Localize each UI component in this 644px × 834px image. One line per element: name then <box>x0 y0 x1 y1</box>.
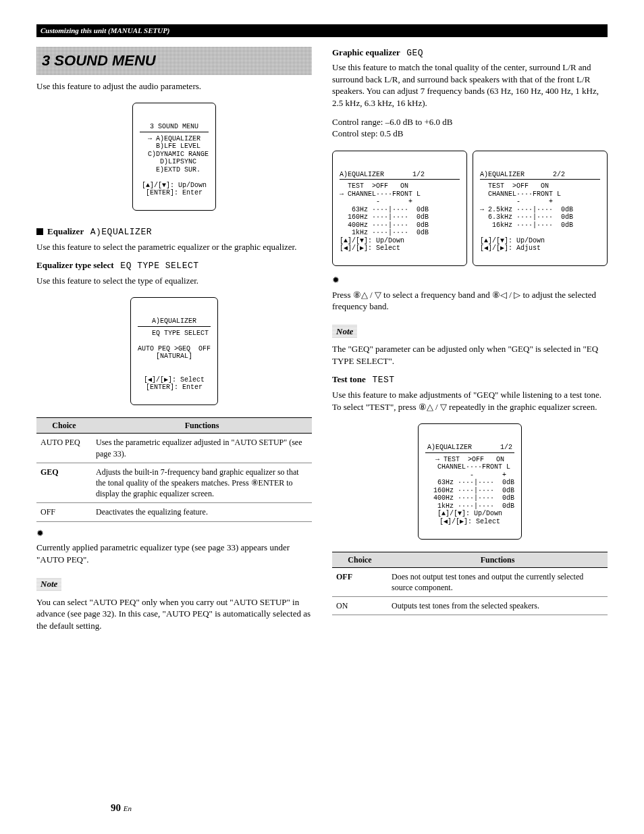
lcd-title: 3 SOUND MENU <box>140 123 209 132</box>
eqtype-desc: Use this feature to select the type of e… <box>36 275 312 287</box>
lcd-geq-page1: A)EQUALIZER 1/2 TEST >OFF ON → CHANNEL··… <box>332 151 467 267</box>
equalizer-heading: Equalizer A)EQUALIZER <box>36 226 312 238</box>
page-footer: 90 En <box>111 801 132 814</box>
equalizer-desc: Use this feature to select the parametri… <box>36 241 312 253</box>
lcd-body: TEST >OFF ON → CHANNEL····FRONT L - + 63… <box>340 182 429 252</box>
testtone-table: Choice Functions OFF Does not output tes… <box>332 552 608 616</box>
osd-label: A)EQUALIZER <box>90 227 152 237</box>
geq-heading: Graphic equalizer GEQ <box>332 47 608 59</box>
tip-text: Currently applied parametric equalizer t… <box>36 542 312 565</box>
cell-choice: OFF <box>36 503 92 521</box>
tip-icon <box>332 274 608 286</box>
lcd-sound-menu: 3 SOUND MENU→ A)EQUALIZER B)LFE LEVEL C)… <box>132 103 216 211</box>
tip-geq: Press ⑧△ / ▽ to select a frequency band … <box>332 289 608 313</box>
osd-label: GEQ <box>406 48 423 58</box>
cell-choice: OFF <box>332 567 387 596</box>
section-banner: 3 SOUND MENU <box>36 47 312 75</box>
lcd-testtone: A)EQUALIZER 1/2→ TEST >OFF ON CHANNEL···… <box>418 423 522 540</box>
table-row: OFF Deactivates the equalizing feature. <box>36 503 312 521</box>
tip-icon <box>36 527 312 540</box>
table-row: OFF Does not output test tones and outpu… <box>332 567 608 596</box>
heading-label: Test tone <box>332 374 366 384</box>
note-label: Note <box>36 577 61 591</box>
note-label: Note <box>332 325 357 338</box>
cell-func: Uses the parametric equalizer adjusted i… <box>92 434 312 463</box>
left-column: 3 SOUND MENU Use this feature to adjust … <box>36 47 312 639</box>
page-number: 90 <box>111 802 121 813</box>
lcd-title: A)EQUALIZER 1/2 <box>340 171 460 180</box>
cell-func: Outputs test tones from the selected spe… <box>387 597 608 615</box>
heading-label: Graphic equalizer <box>332 47 400 57</box>
testtone-heading: Test tone TEST <box>332 373 608 386</box>
bullet-icon <box>36 228 43 235</box>
osd-label: TEST <box>372 375 394 385</box>
geq-desc: Use this feature to match the tonal qual… <box>332 61 608 109</box>
section-title: 3 SOUND MENU <box>42 52 156 69</box>
testtone-desc: Use this feature to make adjustments of … <box>332 389 608 413</box>
geq-step: Control step: 0.5 dB <box>332 128 608 140</box>
lcd-body: EQ TYPE SELECT AUTO PEQ >GEQ OFF [NATURA… <box>138 330 211 392</box>
eqtype-table: Choice Functions AUTO PEQ Uses the param… <box>36 417 312 521</box>
lcd-body: TEST >OFF ON CHANNEL····FRONT L - + → 2.… <box>480 182 573 252</box>
intro-text: Use this feature to adjust the audio par… <box>36 80 312 93</box>
heading-label: Equalizer type select <box>36 260 114 270</box>
col-choice: Choice <box>36 418 92 434</box>
note-geq: The "GEQ" parameter can be adjusted only… <box>332 343 608 367</box>
table-row: AUTO PEQ Uses the parametric equalizer a… <box>36 434 312 463</box>
osd-label: EQ TYPE SELECT <box>120 261 198 271</box>
table-row: GEQ Adjusts the built-in 7-frequency ban… <box>36 463 312 503</box>
col-functions: Functions <box>92 418 312 434</box>
cell-func: Deactivates the equalizing feature. <box>92 503 312 521</box>
col-functions: Functions <box>387 552 608 567</box>
heading-label: Equalizer <box>47 226 84 236</box>
lcd-body: → A)EQUALIZER B)LFE LEVEL C)DYNAMIC RANG… <box>140 135 209 197</box>
cell-choice: ON <box>332 597 387 615</box>
cell-choice: GEQ <box>36 463 92 503</box>
cell-func: Adjusts the built-in 7-frequency band gr… <box>92 463 312 503</box>
col-choice: Choice <box>332 552 387 567</box>
lcd-title: A)EQUALIZER 2/2 <box>480 171 600 180</box>
note-text: You can select "AUTO PEQ" only when you … <box>36 596 312 632</box>
lcd-title: A)EQUALIZER 1/2 <box>425 444 514 453</box>
geq-range: Control range: –6.0 dB to +6.0 dB <box>332 116 608 128</box>
lcd-body: → TEST >OFF ON CHANNEL····FRONT L - + 63… <box>425 456 514 525</box>
page-lang: En <box>124 804 132 812</box>
cell-choice: AUTO PEQ <box>36 434 92 463</box>
lcd-eqtype: A)EQUALIZER EQ TYPE SELECT AUTO PEQ >GEQ… <box>130 297 218 405</box>
table-row: ON Outputs test tones from the selected … <box>332 597 608 615</box>
lcd-geq-page2: A)EQUALIZER 2/2 TEST >OFF ON CHANNEL····… <box>473 151 608 267</box>
lcd-title: A)EQUALIZER <box>138 317 211 327</box>
chapter-header: Customizing this unit (MANUAL SETUP) <box>36 24 608 37</box>
right-column: Graphic equalizer GEQ Use this feature t… <box>332 47 608 639</box>
cell-func: Does not output test tones and output th… <box>387 567 608 596</box>
eqtype-heading: Equalizer type select EQ TYPE SELECT <box>36 259 312 272</box>
